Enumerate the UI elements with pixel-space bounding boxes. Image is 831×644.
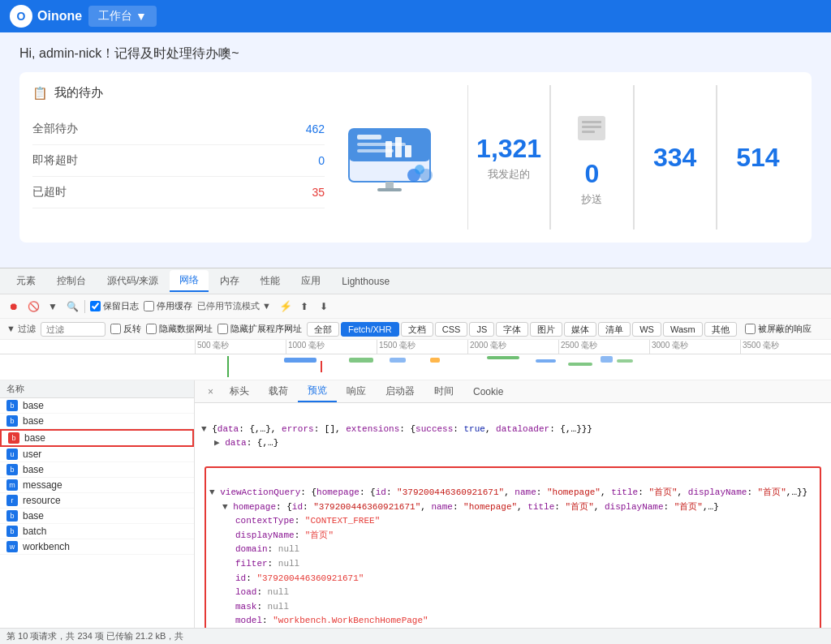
filter-input[interactable] [41, 322, 105, 337]
stat-card-third[interactable]: 334 [634, 85, 716, 230]
filter-all[interactable]: 全部 [307, 322, 339, 337]
todo-section: 📋 我的待办 全部待办 462 即将超时 0 已超时 35 [32, 85, 325, 230]
filter-media[interactable]: 媒体 [564, 322, 596, 337]
svg-rect-14 [582, 121, 601, 123]
expand-root[interactable]: ▼ [201, 424, 207, 434]
tab-memory[interactable]: 内存 [210, 271, 249, 291]
network-item-base-3[interactable]: b base [0, 429, 194, 447]
tab-sources[interactable]: 源代码/来源 [97, 271, 168, 291]
item-icon-blue-workbench: w [6, 541, 18, 552]
filter-buttons: 全部 Fetch/XHR 文档 CSS JS 字体 图片 媒体 清单 WS Wa… [307, 322, 737, 337]
todo-row-all[interactable]: 全部待办 462 [32, 114, 325, 145]
filter-row: ▼ 过滤 反转 隐藏数据网址 隐藏扩展程序网址 全部 Fetch/XHR 文档 … [0, 319, 831, 340]
main-content: Hi, admin-nick！记得及时处理待办噢~ 📋 我的待办 全部待办 46… [0, 32, 831, 268]
svg-rect-2 [357, 135, 381, 140]
record-button[interactable]: ⏺ [6, 299, 21, 314]
network-item-user[interactable]: u user [0, 447, 194, 462]
svg-rect-15 [582, 126, 601, 128]
network-item-batch[interactable]: b batch [0, 524, 194, 539]
workbench-button[interactable]: 工作台 ▼ [88, 6, 157, 27]
network-item-workbench[interactable]: w workbench [0, 539, 194, 555]
detail-tab-response[interactable]: 响应 [337, 381, 376, 401]
preserve-log-checkbox[interactable]: 保留日志 [90, 300, 139, 312]
disable-cache-checkbox[interactable]: 停用缓存 [144, 300, 192, 312]
svg-rect-16 [582, 131, 595, 133]
devtools-toolbar: ⏺ 🚫 ▼ 🔍 保留日志 停用缓存 已停用节流模式 ▼ ⚡ ⬆ ⬇ [0, 294, 831, 319]
reverse-checkbox[interactable]: 反转 [110, 323, 141, 335]
detail-tab-payload[interactable]: 载荷 [259, 381, 298, 401]
filter-font[interactable]: 字体 [496, 322, 528, 337]
detail-tab-headers[interactable]: 标头 [220, 381, 259, 401]
upload-button[interactable]: ⬆ [297, 299, 312, 314]
filter-img[interactable]: 图片 [530, 322, 562, 337]
timeline-mark-1500: 1500 毫秒 [377, 340, 467, 354]
network-item-base-2[interactable]: b base [0, 414, 194, 429]
timeline: 500 毫秒 1000 毫秒 1500 毫秒 2000 毫秒 2500 毫秒 3… [0, 340, 831, 380]
devtools: 元素 控制台 源代码/来源 网络 内存 性能 应用 Lighthouse ⏺ 🚫… [0, 268, 831, 644]
clear-button[interactable]: 🚫 [26, 299, 41, 314]
item-name-base-2: base [23, 415, 44, 427]
filter-css[interactable]: CSS [435, 322, 468, 337]
throttle-mode[interactable]: 已停用节流模式 ▼ [197, 300, 271, 312]
tab-performance[interactable]: 性能 [251, 271, 290, 291]
status-bar: 第 10 项请求，共 234 项 已传输 21.2 kB，共 [0, 628, 831, 644]
tab-network[interactable]: 网络 [170, 270, 209, 292]
detail-tab-preview[interactable]: 预览 [298, 380, 337, 402]
search-button[interactable]: 🔍 [65, 299, 80, 314]
tab-lighthouse[interactable]: Lighthouse [332, 273, 399, 290]
dashboard-card: 📋 我的待办 全部待办 462 即将超时 0 已超时 35 [19, 72, 812, 243]
timeline-ruler: 500 毫秒 1000 毫秒 1500 毫秒 2000 毫秒 2500 毫秒 3… [0, 340, 831, 354]
tab-application[interactable]: 应用 [291, 271, 330, 291]
todo-row-all-value: 462 [306, 122, 325, 135]
item-name-workbench: workbench [23, 541, 70, 552]
todo-row-overdue[interactable]: 已超时 35 [32, 177, 325, 208]
logo-text: Oinone [37, 9, 82, 24]
detail-tab-timing[interactable]: 时间 [424, 381, 463, 401]
timeline-mark-1000: 1000 毫秒 [286, 340, 377, 354]
detail-tab-bar: × 标头 载荷 预览 响应 启动器 时间 Cookie [195, 380, 831, 403]
network-item-resource[interactable]: r resource [0, 493, 194, 509]
stat-card-fourth[interactable]: 514 [717, 85, 799, 230]
stat-label-initiated: 我发起的 [488, 167, 530, 182]
tab-elements[interactable]: 元素 [6, 271, 45, 291]
filter-js[interactable]: JS [469, 322, 494, 337]
svg-rect-5 [385, 141, 392, 157]
devtools-tab-bar: 元素 控制台 源代码/来源 网络 内存 性能 应用 Lighthouse [0, 268, 831, 294]
detail-tab-cookie[interactable]: Cookie [463, 383, 513, 401]
expand-viewaction[interactable]: ▼ [209, 487, 215, 497]
svg-rect-6 [395, 137, 402, 157]
detail-tab-initiator[interactable]: 启动器 [376, 381, 424, 401]
network-item-base-5[interactable]: b base [0, 509, 194, 524]
tab-console[interactable]: 控制台 [47, 271, 96, 291]
filter-fetch[interactable]: Fetch/XHR [341, 322, 399, 337]
svg-rect-7 [405, 145, 411, 157]
detail-tab-close[interactable]: × [201, 383, 220, 401]
hide-ext-checkbox[interactable]: 隐藏扩展程序网址 [217, 323, 302, 335]
download-button[interactable]: ⬇ [316, 299, 331, 314]
filter-doc[interactable]: 文档 [401, 322, 433, 337]
expand-data[interactable]: ▶ [201, 438, 220, 448]
blocked-checkbox[interactable]: 被屏蔽的响应 [745, 323, 812, 335]
filter-other[interactable]: 其他 [704, 322, 737, 337]
network-item-base-4[interactable]: b base [0, 462, 194, 478]
item-icon-red-3: b [8, 432, 19, 444]
filter-manifest[interactable]: 清单 [598, 322, 631, 337]
timeline-mark-500: 500 毫秒 [195, 340, 286, 354]
filter-icon: ▼ 过滤 [6, 323, 36, 335]
hide-data-checkbox[interactable]: 隐藏数据网址 [146, 323, 213, 335]
todo-row-soon[interactable]: 即将超时 0 [32, 145, 325, 177]
stat-number-initiated: 1,321 [476, 134, 541, 164]
filter-wasm[interactable]: Wasm [663, 322, 703, 337]
network-item-base-1[interactable]: b base [0, 398, 194, 414]
filter-toggle[interactable]: ▼ [45, 299, 60, 314]
filter-ws[interactable]: WS [632, 322, 661, 337]
network-item-message[interactable]: m message [0, 478, 194, 493]
todo-row-overdue-value: 35 [312, 186, 325, 199]
expand-homepage[interactable]: ▼ [222, 502, 228, 512]
stat-card-initiated[interactable]: 1,321 我发起的 [468, 85, 549, 230]
stat-card-cc[interactable]: 0 抄送 [550, 85, 632, 230]
network-list: 名称 b base b base b base u user b base [0, 380, 195, 628]
main-panel: 名称 b base b base b base u user b base [0, 380, 831, 628]
todo-row-soon-value: 0 [318, 154, 325, 167]
workbench-label: 工作台 [98, 9, 132, 24]
